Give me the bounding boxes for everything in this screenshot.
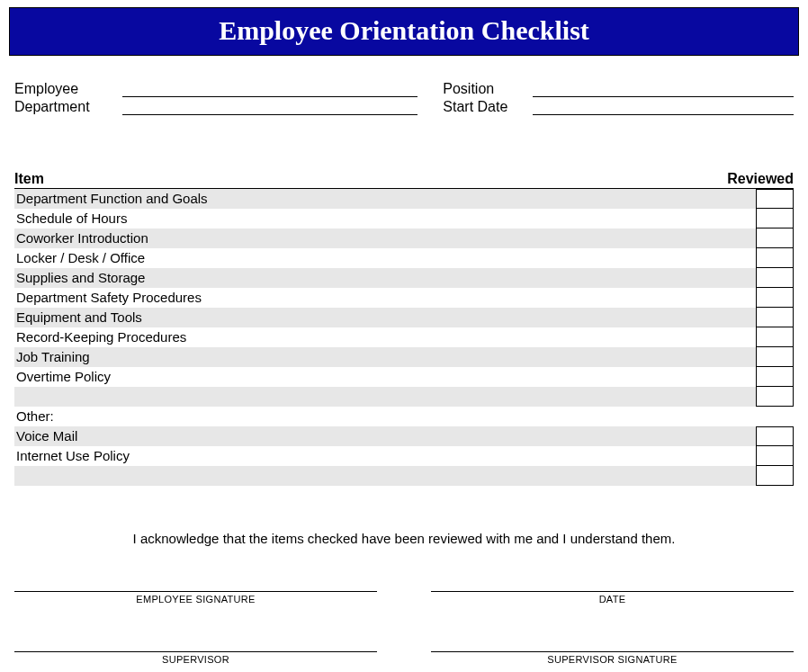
start-date-field-line[interactable] <box>533 99 794 115</box>
page-title: Employee Orientation Checklist <box>219 15 589 45</box>
table-row: Locker / Desk / Office <box>14 248 794 268</box>
position-label: Position <box>443 81 533 97</box>
checklist-table: Item Reviewed Department Function and Go… <box>9 171 799 486</box>
signature-row-1: EMPLOYEE SIGNATURE DATE <box>9 591 799 605</box>
table-row: Voice Mail <box>14 426 794 446</box>
reviewed-checkbox[interactable] <box>756 446 794 466</box>
table-row: Overtime Policy <box>14 367 794 387</box>
item-label <box>14 387 756 407</box>
info-row-2: Department Start Date <box>9 99 799 115</box>
reviewed-checkbox[interactable] <box>756 228 794 248</box>
document-page: Employee Orientation Checklist Employee … <box>0 0 808 672</box>
employee-signature-label: EMPLOYEE SIGNATURE <box>136 594 255 605</box>
table-row <box>14 466 794 486</box>
item-label: Schedule of Hours <box>14 209 756 228</box>
department-field-line[interactable] <box>122 99 417 115</box>
title-bar: Employee Orientation Checklist <box>9 7 799 56</box>
item-label: Internet Use Policy <box>14 446 756 466</box>
reviewed-checkbox[interactable] <box>756 387 794 407</box>
employee-signature-line[interactable]: EMPLOYEE SIGNATURE <box>14 591 377 605</box>
item-label: Voice Mail <box>14 426 756 446</box>
table-row: Department Safety Procedures <box>14 288 794 308</box>
table-row: Supplies and Storage <box>14 268 794 288</box>
table-row: Equipment and Tools <box>14 308 794 327</box>
signature-row-2: SUPERVISOR SUPERVISOR SIGNATURE <box>9 651 799 665</box>
item-label <box>14 466 756 486</box>
col-header-item: Item <box>14 171 718 187</box>
table-row: Record-Keeping Procedures <box>14 327 794 347</box>
item-label: Overtime Policy <box>14 367 756 387</box>
start-date-label: Start Date <box>443 99 533 115</box>
table-header: Item Reviewed <box>14 171 794 189</box>
department-label: Department <box>14 99 122 115</box>
table-row <box>14 387 794 407</box>
position-field-line[interactable] <box>533 81 794 97</box>
item-label: Supplies and Storage <box>14 268 756 288</box>
reviewed-checkbox[interactable] <box>756 209 794 228</box>
reviewed-checkbox <box>756 407 794 426</box>
reviewed-checkbox[interactable] <box>756 248 794 268</box>
table-row: Schedule of Hours <box>14 209 794 228</box>
reviewed-checkbox[interactable] <box>756 466 794 486</box>
supervisor-signature-label: SUPERVISOR SIGNATURE <box>547 654 677 665</box>
info-row-1: Employee Position <box>9 81 799 97</box>
item-label: Department Function and Goals <box>14 189 756 209</box>
acknowledgment-text: I acknowledge that the items checked hav… <box>9 531 799 546</box>
col-header-reviewed: Reviewed <box>718 171 794 187</box>
table-row: Coworker Introduction <box>14 228 794 248</box>
table-row: Internet Use Policy <box>14 446 794 466</box>
table-row: Department Function and Goals <box>14 189 794 209</box>
item-label: Coworker Introduction <box>14 228 756 248</box>
reviewed-checkbox[interactable] <box>756 268 794 288</box>
employee-label: Employee <box>14 81 122 97</box>
table-row: Job Training <box>14 347 794 367</box>
reviewed-checkbox[interactable] <box>756 347 794 367</box>
item-label: Job Training <box>14 347 756 367</box>
reviewed-checkbox[interactable] <box>756 288 794 308</box>
reviewed-checkbox[interactable] <box>756 327 794 347</box>
item-label: Equipment and Tools <box>14 308 756 327</box>
table-row: Other: <box>14 407 794 426</box>
date-line[interactable]: DATE <box>431 591 794 605</box>
item-label: Locker / Desk / Office <box>14 248 756 268</box>
supervisor-signature-line[interactable]: SUPERVISOR SIGNATURE <box>431 651 794 665</box>
reviewed-checkbox[interactable] <box>756 426 794 446</box>
reviewed-checkbox[interactable] <box>756 367 794 387</box>
employee-field-line[interactable] <box>122 81 417 97</box>
supervisor-line[interactable]: SUPERVISOR <box>14 651 377 665</box>
item-label: Department Safety Procedures <box>14 288 756 308</box>
reviewed-checkbox[interactable] <box>756 189 794 209</box>
item-label: Other: <box>14 407 756 426</box>
supervisor-label: SUPERVISOR <box>162 654 229 665</box>
item-label: Record-Keeping Procedures <box>14 327 756 347</box>
date-label: DATE <box>599 594 626 605</box>
reviewed-checkbox[interactable] <box>756 308 794 327</box>
